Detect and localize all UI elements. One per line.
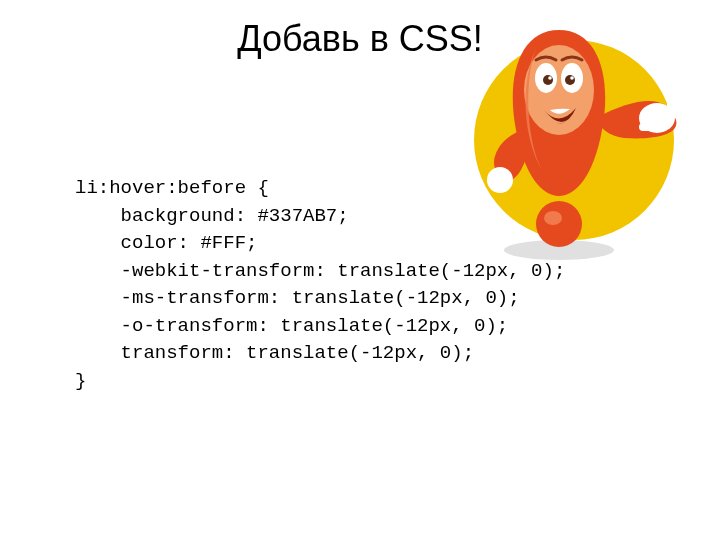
exclamation-mascot-illustration	[464, 0, 694, 265]
svg-point-2	[536, 201, 582, 247]
svg-point-3	[544, 211, 562, 225]
svg-point-14	[570, 76, 574, 80]
svg-point-11	[543, 75, 553, 85]
svg-rect-6	[639, 123, 651, 131]
svg-rect-5	[667, 99, 677, 119]
svg-point-7	[487, 167, 513, 193]
svg-point-13	[548, 76, 552, 80]
svg-point-12	[565, 75, 575, 85]
